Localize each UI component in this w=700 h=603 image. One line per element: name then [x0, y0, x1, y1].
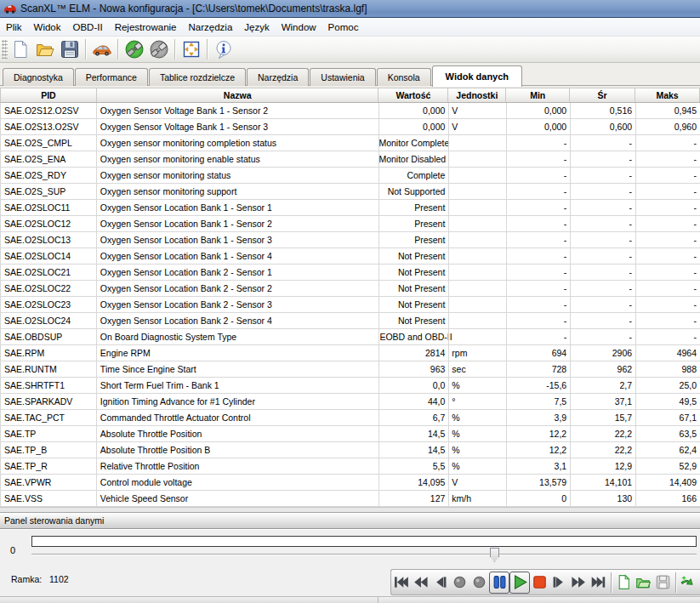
column-header-nazwa[interactable]: Nazwa — [97, 88, 379, 102]
table-row[interactable]: SAE.TPAbsolute Throttle Position14,5%12,… — [1, 426, 700, 442]
table-row[interactable]: SAE.O2S12.O2SVOxygen Sensor Voltage Bank… — [1, 103, 700, 119]
tab-diagnostyka[interactable]: Diagnostyka — [3, 68, 74, 86]
cell-nazwa: Oxygen Sensor Location Bank 2 - Sensor 1 — [97, 265, 379, 280]
cell-śr: - — [570, 168, 635, 183]
title-bar[interactable]: ScanXL™ ELM - Nowa konfiguracja - [C:\Us… — [0, 0, 700, 18]
table-row[interactable]: SAE.O2S_RDYOxygen sensor monitoring stat… — [1, 168, 700, 184]
table-row[interactable]: SAE.SPARKADVIgnition Timing Advance for … — [1, 394, 700, 410]
table-row[interactable]: SAE.RPMEngine RPM2814rpm69429064964 — [1, 345, 700, 361]
frame-slider-thumb[interactable] — [490, 548, 499, 562]
tab-tablice-rozdzielcze[interactable]: Tablice rozdzielcze — [149, 68, 246, 86]
tab-ustawienia[interactable]: Ustawienia — [310, 68, 375, 86]
table-row[interactable]: SAE.OBDSUPOn Board Diagnostic System Typ… — [1, 329, 700, 345]
menu-narz-dzia[interactable]: Narzędzia — [183, 20, 239, 35]
table-row[interactable]: SAE.VPWRControl module voltage14,095V13,… — [1, 475, 700, 491]
column-header-śr[interactable]: Śr — [570, 88, 635, 102]
menu-window[interactable]: Window — [276, 20, 322, 35]
toolbar-grip[interactable] — [2, 40, 8, 59]
column-header-maks[interactable]: Maks — [635, 88, 700, 102]
tab-performance[interactable]: Performance — [75, 68, 148, 86]
cell-wartość: 0,000 — [378, 103, 448, 118]
fast-forward-button[interactable] — [569, 571, 589, 594]
cell-wartość: 2814 — [378, 345, 448, 361]
about-button[interactable] — [211, 37, 236, 61]
connect-button[interactable] — [122, 37, 146, 61]
cell-śr: 22,2 — [570, 442, 635, 458]
cell-nazwa: Engine RPM — [97, 345, 379, 361]
menu-obd-ii[interactable]: OBD-II — [66, 20, 108, 35]
cell-wartość: Monitor Disabled — [378, 151, 448, 167]
add-log-button[interactable] — [679, 571, 698, 594]
table-row[interactable]: SAE.O2S13.O2SVOxygen Sensor Voltage Bank… — [1, 119, 700, 135]
frame-slider-track[interactable] — [31, 554, 697, 555]
save-config-button[interactable] — [57, 37, 82, 61]
cell-min: - — [506, 216, 570, 231]
table-row[interactable]: SAE.O2S_CMPLOxygen sensor monitoring com… — [1, 135, 700, 151]
cell-maks: 166 — [635, 491, 700, 506]
skip-to-end-button[interactable] — [589, 571, 608, 594]
step-back-icon — [432, 574, 448, 590]
table-row[interactable]: SAE.O2S_SUPOxygen sensor monitoring supp… — [1, 184, 700, 200]
tab-konsola[interactable]: Konsola — [377, 68, 431, 86]
open-log-button[interactable] — [634, 571, 653, 594]
folder-green-icon — [635, 574, 652, 590]
new-log-button[interactable] — [614, 571, 634, 594]
tab-narz-dzia[interactable]: Narzędzia — [247, 68, 309, 86]
cell-jednostki — [448, 329, 506, 344]
table-row[interactable]: SAE.TAC_PCTCommanded Throttle Actuator C… — [1, 410, 700, 426]
table-row[interactable]: SAE.O2SLOC13Oxygen Sensor Location Bank … — [1, 232, 700, 248]
cell-śr: 130 — [570, 491, 635, 506]
table-row[interactable]: SAE.O2SLOC22Oxygen Sensor Location Bank … — [1, 281, 700, 297]
cell-pid: SAE.O2S13.O2SV — [1, 119, 97, 134]
table-row[interactable]: SAE.O2S_ENAOxygen sensor monitoring enab… — [1, 151, 700, 168]
table-row[interactable]: SAE.TP_BAbsolute Throttle Position B14,5… — [1, 442, 700, 458]
cell-nazwa: Ignition Timing Advance for #1 Cylinder — [97, 394, 379, 409]
cell-pid: SAE.TP_R — [1, 458, 97, 474]
dashboard-button[interactable] — [179, 37, 203, 61]
pause-button[interactable] — [489, 572, 509, 594]
status-bar — [0, 596, 700, 603]
vehicle-button[interactable] — [89, 37, 114, 61]
column-header-pid[interactable]: PID — [1, 88, 97, 102]
column-header-min[interactable]: Min — [506, 88, 570, 102]
table-row[interactable]: SAE.O2SLOC11Oxygen Sensor Location Bank … — [1, 200, 700, 216]
cell-wartość: Not Present — [378, 265, 448, 280]
record2-button[interactable] — [470, 571, 489, 594]
save-log-button[interactable] — [653, 571, 673, 594]
table-row[interactable]: SAE.O2SLOC12Oxygen Sensor Location Bank … — [1, 216, 700, 232]
open-config-button[interactable] — [32, 37, 57, 61]
stop-button[interactable] — [530, 571, 549, 594]
column-header-wartość[interactable]: Wartość — [378, 88, 448, 102]
cell-nazwa: Absolute Throttle Position B — [97, 442, 379, 458]
column-header-jednostki[interactable]: Jednostki — [448, 88, 506, 102]
table-row[interactable]: SAE.VSSVehicle Speed Sensor127km/h013016… — [1, 491, 700, 507]
disconnect-button[interactable] — [146, 37, 171, 61]
table-row[interactable]: SAE.O2SLOC21Oxygen Sensor Location Bank … — [1, 265, 700, 281]
table-row[interactable]: SAE.TP_RRelative Throttle Position5,5%3,… — [1, 458, 700, 475]
step-back-button[interactable] — [430, 571, 450, 594]
table-row[interactable]: SAE.O2SLOC23Oxygen Sensor Location Bank … — [1, 297, 700, 313]
play-button[interactable] — [509, 572, 530, 594]
cell-pid: SAE.VSS — [1, 491, 97, 506]
menu-rejestrowanie[interactable]: Rejestrowanie — [109, 20, 183, 35]
skip-to-start-button[interactable] — [391, 571, 411, 594]
table-row[interactable]: SAE.O2SLOC14Oxygen Sensor Location Bank … — [1, 248, 700, 265]
menu-plik[interactable]: Plik — [0, 20, 28, 35]
menu-j-zyk[interactable]: Język — [238, 20, 275, 35]
cell-min: 12,2 — [506, 442, 570, 458]
table-row[interactable]: SAE.RUNTMTime Since Engine Start963sec72… — [1, 361, 700, 378]
menu-widok[interactable]: Widok — [28, 20, 67, 35]
cell-śr: - — [570, 151, 635, 167]
table-row[interactable]: SAE.SHRTFT1Short Term Fuel Trim - Bank 1… — [1, 378, 700, 394]
cell-wartość: Not Present — [378, 313, 448, 328]
rewind-button[interactable] — [411, 571, 430, 594]
step-forward-button[interactable] — [549, 571, 569, 594]
cell-wartość: Complete — [378, 168, 448, 183]
menu-pomoc[interactable]: Pomoc — [322, 20, 365, 35]
cell-jednostki: rpm — [448, 345, 506, 361]
record-button[interactable] — [450, 571, 470, 594]
control-panel-header: Panel sterowania danymi — [0, 512, 700, 529]
new-config-button[interactable] — [8, 37, 32, 61]
tab-widok-danych[interactable]: Widok danych — [432, 65, 522, 87]
table-row[interactable]: SAE.O2SLOC24Oxygen Sensor Location Bank … — [1, 313, 700, 329]
